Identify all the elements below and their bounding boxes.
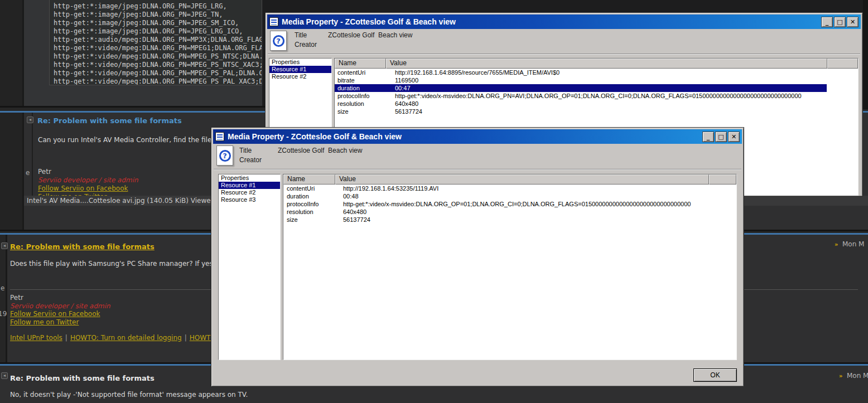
title-field-value: ZCottesloe Golf Beach view [328,31,412,39]
code-line: http-get:*:image/jpeg:DLNA.ORG_PN=JPEG_S… [54,19,262,27]
title-field-label: Title [239,147,252,154]
row-name: duration [337,84,360,92]
post-3-date-fragment: Mon Ma [847,372,868,380]
code-line: http-get:*:audio/mpeg:DLNA.ORG_PN=MP3X;D… [54,36,262,44]
column-header-value[interactable]: Value [386,59,827,69]
row-name: bitrate [337,76,355,84]
title-field-label: Title [295,31,307,39]
collapse-post-icon[interactable]: ◂ [1,372,8,379]
row-name: size [287,216,298,224]
table-header: Name Value [283,174,736,184]
table-header: Name Value [335,59,858,69]
row-value: 00:48 [343,192,359,200]
window-controls: _ □ ✕ [701,132,740,142]
table-row[interactable]: contentUri http://192.168.1.64:53235/111… [283,184,736,192]
facebook-link[interactable]: Follow Serviio on Facebook [10,310,100,318]
column-header-stub[interactable] [827,59,858,69]
ok-button[interactable]: OK [693,368,737,382]
post-inner-border [32,113,33,196]
dialog-titlebar[interactable]: Media Property - ZCottesloe Golf & Beach… [213,129,742,144]
help-doc-icon: ? [270,31,287,51]
table-row[interactable]: protocolInfo http-get:*:video/x-msvideo:… [283,200,736,208]
close-button[interactable]: ✕ [847,17,859,27]
row-name: contentUri [287,184,315,192]
code-line: http-get:*:video/mpeg:DLNA.ORG_PN=MPEG1;… [54,44,262,52]
app-icon [215,132,224,141]
post-2-author-role: Serviio developer / site admin [10,302,110,310]
list-item-properties[interactable]: Properties [269,59,331,66]
header-separator [214,169,741,170]
forum-left-border [6,235,7,362]
post-mid-author: Petr [38,168,51,176]
minimize-button[interactable]: _ [821,17,833,27]
column-header-name[interactable]: Name [283,174,335,184]
maximize-button[interactable]: □ [715,132,727,142]
row-name: duration [287,192,309,200]
list-item-properties[interactable]: Properties [219,174,280,182]
table-row[interactable]: protocolInfo http-get:*:video/x-msvideo:… [335,92,858,100]
column-header-name[interactable]: Name [335,59,386,69]
margin-fragment: e [26,169,30,177]
post-date-arrow-icon: » [835,241,838,247]
header-separator [268,54,860,55]
row-name: contentUri [337,69,365,76]
table-row[interactable]: contentUri http://192.168.1.64:8895/reso… [335,69,858,76]
code-line: http-get:*:image/jpeg:DLNA.ORG_PN=JPEG_L… [54,2,262,11]
list-item-resource-2[interactable]: Resource #2 [219,189,280,196]
twitter-link[interactable]: Follow me on Twitter [10,318,79,326]
creator-field-label: Creator [239,156,262,164]
row-value: 1169500 [395,76,418,84]
question-mark-icon: ? [219,150,231,162]
signature-links-row: Intel UPnP tools | HOWTO: Turn on detail… [10,334,218,342]
dialog-title: Media Property - ZCottesloe Golf & Beach… [228,132,402,141]
app-icon [269,17,278,26]
forum-right-edge [863,0,868,109]
table-row[interactable]: size 56137724 [283,216,736,224]
list-item-resource-2[interactable]: Resource #2 [269,73,331,80]
row-name: resolution [287,208,314,216]
media-property-dialog-front: Media Property - ZCottesloe Golf & Beach… [211,127,744,387]
row-value: 56137724 [343,216,370,224]
dialog-title: Media Property - ZCottesloe Golf & Beach… [282,17,456,26]
forum-left-rail [0,0,22,106]
post-2-title-link[interactable]: Re: Problem with some file formats [10,242,155,251]
intel-upnp-tools-link[interactable]: Intel UPnP tools [10,334,62,342]
code-line: http-get:*:video/mpeg:DLNA.ORG_PN=MPEG_P… [54,61,262,69]
table-row[interactable]: resolution 640x480 [283,208,736,216]
facebook-link[interactable]: Follow Serviio on Facebook [38,184,128,192]
row-value: http-get:*:video/x-msvideo:DLNA.ORG_PN=A… [395,92,802,100]
table-row-selected[interactable]: duration 00:47 [335,84,827,92]
post-3-title: Re: Problem with some file formats [10,374,155,382]
table-row[interactable]: duration 00:48 [283,192,736,200]
forum-left-border [22,113,24,230]
row-value: http://192.168.1.64:53235/1119.AVI [343,184,438,192]
close-button[interactable]: ✕ [728,132,740,142]
help-doc-icon: ? [216,145,233,166]
column-header-stub[interactable] [709,174,736,184]
code-block: http-get:*:image/jpeg:DLNA.ORG_PN=JPEG_L… [49,0,262,85]
table-row[interactable]: size 56137724 [335,108,858,115]
collapse-post-icon[interactable]: ◂ [1,242,8,249]
post-mid-title-link[interactable]: Re: Problem with some file formats [37,116,182,125]
forum-left-rail [0,113,22,230]
post-mid-author-role: Serviio developer / site admin [38,176,138,184]
list-item-resource-3[interactable]: Resource #3 [219,196,280,203]
table-row[interactable]: bitrate 1169500 [335,76,858,84]
maximize-button[interactable]: □ [834,17,846,27]
dialog-titlebar[interactable]: Media Property - ZCottesloe Golf & Beach… [267,14,861,29]
code-line: http-get:*:image/jpeg:DLNA.ORG_PN=JPEG_T… [54,11,262,19]
post-2-author: Petr [10,294,23,302]
list-item-resource-1[interactable]: Resource #1 [219,182,280,189]
howto-logging-link[interactable]: HOWTO: Turn on detailed logging [70,334,182,342]
row-name: protocolInfo [337,92,369,100]
collapse-post-icon[interactable]: ◂ [27,116,33,123]
row-value: http://192.168.1.64:8895/resource/7655/M… [395,69,560,76]
column-header-value[interactable]: Value [335,174,709,184]
table-row[interactable]: resolution 640x480 [335,100,858,108]
minimize-button[interactable]: _ [702,132,714,142]
link-separator: | [62,334,70,342]
list-item-resource-1[interactable]: Resource #1 [269,66,331,73]
row-value: 640x480 [395,100,418,108]
forum-left-border [22,0,24,106]
row-value: http-get:*:video/x-msvideo:DLNA.ORG_OP=0… [343,200,691,208]
